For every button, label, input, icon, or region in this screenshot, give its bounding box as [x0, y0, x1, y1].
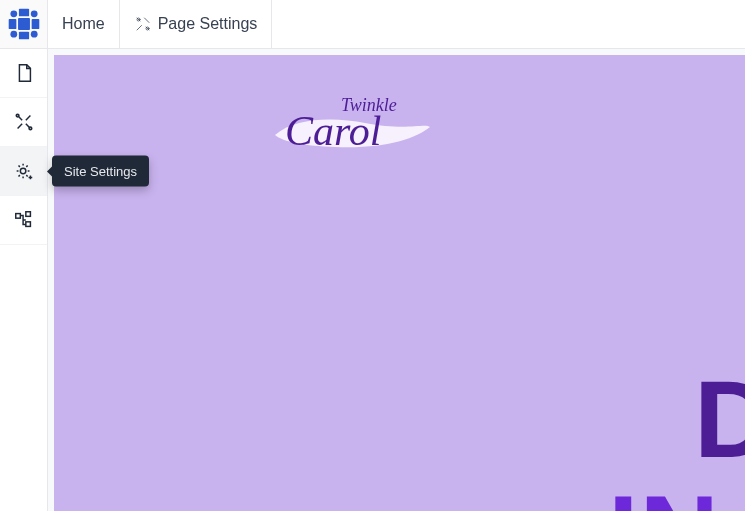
- canvas-wrapper: Twinkle Carol D IN: [48, 49, 745, 511]
- svg-rect-16: [25, 222, 30, 227]
- svg-point-12: [29, 127, 32, 130]
- svg-point-8: [30, 31, 37, 38]
- main-area: Site Settings Twinkle Carol D IN: [0, 49, 745, 511]
- svg-rect-2: [8, 19, 16, 29]
- gear-plus-icon: [13, 160, 35, 182]
- svg-rect-14: [15, 214, 20, 219]
- svg-point-6: [30, 10, 37, 17]
- page-icon: [13, 62, 35, 84]
- svg-point-13: [20, 168, 25, 174]
- site-brand-logo: Twinkle Carol: [265, 87, 435, 167]
- svg-rect-0: [18, 9, 28, 17]
- hero-headline-fragment-2: IN: [608, 470, 720, 511]
- app-logo[interactable]: [0, 0, 48, 48]
- tree-icon: [13, 209, 35, 231]
- tab-label: Page Settings: [158, 15, 258, 33]
- svg-point-7: [10, 31, 17, 38]
- tools-icon: [134, 15, 152, 33]
- sidebar-item-site-settings[interactable]: Site Settings: [0, 147, 47, 196]
- sidebar: Site Settings: [0, 49, 48, 511]
- svg-rect-15: [25, 212, 30, 217]
- tooltip-label: Site Settings: [64, 164, 137, 179]
- svg-rect-3: [31, 19, 39, 29]
- sidebar-item-pages[interactable]: [0, 49, 47, 98]
- hero-headline-fragment-1: D: [694, 355, 745, 482]
- sidebar-item-design[interactable]: [0, 98, 47, 147]
- app-logo-icon: [7, 7, 41, 41]
- tab-home[interactable]: Home: [48, 0, 120, 48]
- topbar: Home Page Settings: [0, 0, 745, 49]
- tab-page-settings[interactable]: Page Settings: [120, 0, 273, 48]
- svg-rect-4: [18, 18, 30, 30]
- svg-point-5: [10, 10, 17, 17]
- design-tools-icon: [13, 111, 35, 133]
- page-canvas[interactable]: Twinkle Carol D IN: [54, 55, 745, 511]
- sidebar-item-structure[interactable]: [0, 196, 47, 245]
- brand-mainline: Carol: [285, 108, 381, 154]
- tooltip-site-settings: Site Settings: [52, 156, 149, 187]
- tab-label: Home: [62, 15, 105, 33]
- svg-rect-1: [18, 32, 28, 40]
